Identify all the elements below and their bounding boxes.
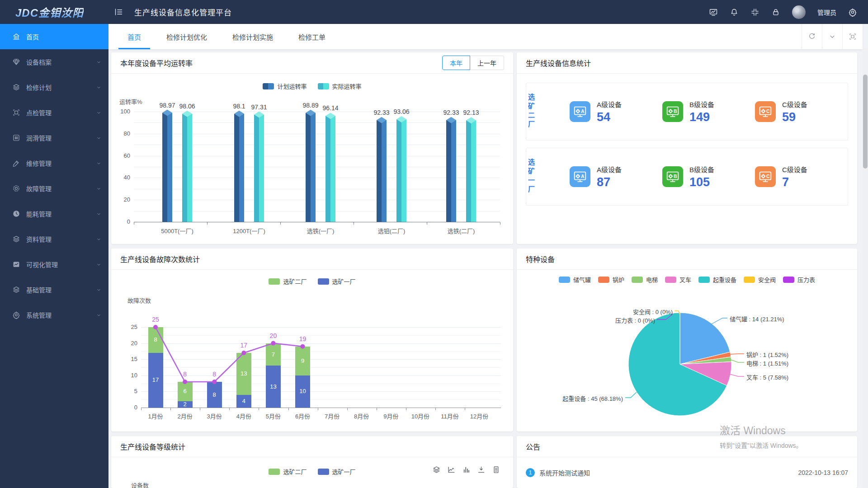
x-axis-tick (347, 408, 348, 410)
bar-value-label: 93.06 (393, 108, 409, 115)
legend-item-计划运转率[interactable]: 计划运转率 (263, 82, 307, 90)
gridline (141, 391, 501, 392)
legend-swatch (269, 278, 280, 285)
right-column: 生产线设备信息统计 选矿二厂AA级设备54BB级设备149CC级设备59选矿一厂… (517, 52, 857, 488)
device-info-title: 生产线设备信息统计 (526, 57, 591, 68)
sidebar-item-系统管理[interactable]: 系统管理 (0, 302, 108, 328)
chevron-down-icon (94, 262, 103, 267)
x-axis (134, 222, 500, 222)
bar-chart-icon[interactable] (462, 465, 471, 474)
svg-text:B: B (674, 109, 677, 114)
sidebar-item-检修计划[interactable]: 检修计划 (0, 75, 108, 100)
special-pie-chart: 储气罐锅炉电梯叉车起重设备安全阀压力表储气罐 : 14 (21.21%)锅炉 :… (517, 270, 857, 431)
segment-label: 13 (236, 370, 251, 377)
compress-icon[interactable] (750, 8, 760, 17)
svg-text:8: 8 (183, 371, 187, 378)
x-category-label: 10月份 (411, 412, 429, 420)
scrollbar[interactable] (863, 48, 868, 488)
tab-actions (802, 24, 863, 49)
bar-cap (396, 116, 406, 122)
device-grade-icon-B: B (662, 101, 683, 122)
sidebar-item-点检管理[interactable]: 点检管理 (0, 100, 108, 125)
tab-检修计划实施[interactable]: 检修计划实施 (232, 24, 273, 49)
bell-icon[interactable] (730, 8, 739, 17)
bar-计划运转率 (162, 113, 172, 222)
factory-name: 选矿一厂 (526, 159, 570, 195)
notice-list-item[interactable]: 1系统开始测试通知2022-10-13 16:07 (526, 468, 848, 477)
sidebar-item-故障管理[interactable]: 故障管理 (0, 176, 108, 201)
scrollbar-thumb[interactable] (863, 75, 868, 169)
sidebar-item-label: 维修管理 (26, 159, 52, 168)
x-category-label: 选钼(二厂) (378, 226, 406, 235)
device-grade-icon-A: A (570, 101, 590, 122)
sidebar-item-基础管理[interactable]: 基础管理 (0, 277, 108, 302)
x-category-label: 4月份 (236, 412, 251, 420)
legend-item-选矿一厂[interactable]: 选矿一厂 (318, 277, 356, 286)
chevron-down-icon (94, 287, 103, 293)
svg-text:25: 25 (152, 316, 159, 323)
device-info-card: 生产线设备信息统计 选矿二厂AA级设备54BB级设备149CC级设备59选矿一厂… (517, 52, 857, 244)
tab-检修工单[interactable]: 检修工单 (298, 24, 326, 49)
sidebar-item-能耗管理[interactable]: 能耗管理 (0, 201, 108, 226)
stat-text: A级设备87 (597, 164, 622, 189)
y-tick: 20 (119, 340, 137, 347)
legend-item-实际运转率[interactable]: 实际运转率 (318, 82, 362, 90)
y-tick: 25 (119, 324, 137, 330)
x-axis-tick (435, 408, 436, 410)
sidebar-item-可视化管理[interactable]: 可视化管理 (0, 252, 108, 277)
legend-item-选矿一厂[interactable]: 选矿一厂 (318, 467, 356, 476)
tab-action-refresh-icon[interactable] (802, 24, 822, 49)
pie-label-起重设备: 起重设备 : 45 (68.18%) (562, 394, 623, 403)
sidebar-item-label: 系统管理 (26, 310, 52, 319)
app-title: 生产线设备信息化管理平台 (134, 6, 232, 18)
main-area: 首页检修计划优化检修计划实施检修工单 本年度设备平均运转率 本年上一年 计划运转… (108, 24, 868, 488)
x-category-label: 5月份 (266, 412, 281, 420)
factory-box-选矿二厂: 选矿二厂AA级设备54BB级设备149CC级设备59 (526, 83, 848, 141)
sidebar-item-润滑管理[interactable]: 润滑管理 (0, 125, 108, 150)
svg-text:19: 19 (299, 335, 307, 343)
chart-image-icon (12, 260, 21, 268)
x-axis-tick (406, 408, 406, 410)
sidebar-item-label: 可视化管理 (26, 260, 58, 269)
x-category-label: 9月份 (383, 412, 398, 420)
tab-action-chevron-down-icon[interactable] (822, 24, 842, 49)
run-rate-y-label: 运转率% (119, 97, 142, 106)
x-category-label: 7月份 (325, 412, 340, 420)
legend-item-选矿二厂[interactable]: 选矿二厂 (269, 277, 307, 286)
tab-检修计划优化[interactable]: 检修计划优化 (166, 24, 207, 49)
grid-square-icon (12, 134, 21, 142)
line-chart-icon[interactable] (447, 465, 456, 474)
sidebar-item-首页[interactable]: 首页 (0, 24, 108, 49)
y-tick: 5 (119, 388, 137, 394)
sidebar-item-设备档案[interactable]: 设备档案 (0, 49, 108, 75)
home-icon (12, 33, 21, 41)
period-button-本年[interactable]: 本年 (442, 56, 470, 70)
grade-chart: 选矿二厂选矿一厂 设备数 (111, 457, 513, 488)
gem-icon (12, 58, 21, 66)
avatar[interactable] (792, 5, 806, 19)
period-button-上一年[interactable]: 上一年 (470, 56, 504, 70)
device-grade-icon-C: C (755, 166, 776, 187)
svg-text:A: A (581, 109, 585, 114)
special-title: 特种设备 (526, 253, 555, 264)
tab-action-fullscreen-icon[interactable] (842, 24, 863, 49)
tab-首页[interactable]: 首页 (127, 24, 141, 49)
download-icon[interactable] (477, 465, 486, 474)
gear-icon[interactable] (848, 8, 857, 17)
collapse-menu-icon[interactable] (114, 7, 123, 17)
stat-text: B级设备105 (689, 164, 714, 189)
legend-item-选矿二厂[interactable]: 选矿二厂 (269, 467, 307, 476)
x-axis-tick (280, 222, 281, 225)
bar-value-label: 92.33 (443, 109, 459, 116)
stack-icon[interactable] (432, 465, 441, 474)
monitor-chart-icon[interactable] (709, 8, 718, 17)
factory-box-选矿一厂: 选矿一厂AA级设备87BB级设备105CC级设备7 (526, 148, 848, 206)
lock-icon[interactable] (771, 8, 780, 17)
stat-value: 149 (689, 110, 714, 124)
dataview-icon[interactable] (492, 465, 500, 474)
run-rate-title: 本年度设备平均运转率 (120, 57, 193, 68)
layers-icon (12, 286, 21, 294)
sidebar-item-资料管理[interactable]: 资料管理 (0, 226, 108, 252)
legend-label: 选矿一厂 (332, 277, 356, 286)
sidebar-item-维修管理[interactable]: 维修管理 (0, 150, 108, 176)
